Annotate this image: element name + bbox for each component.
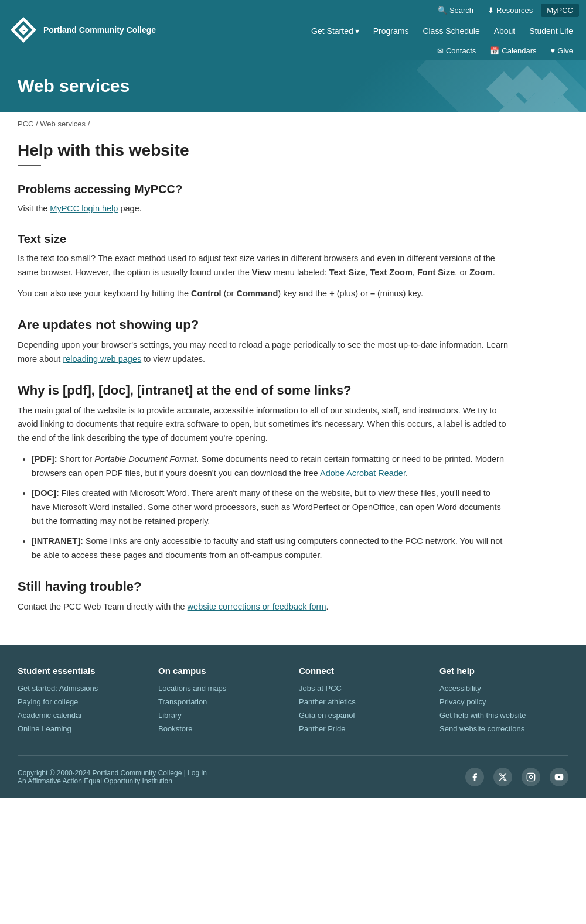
contacts-label: Contacts xyxy=(446,46,476,55)
search-label: Search xyxy=(449,6,473,15)
svg-marker-7 xyxy=(498,95,533,112)
nav-student-life[interactable]: Student Life xyxy=(523,24,579,38)
svg-rect-12 xyxy=(527,773,534,781)
footer-grid: Student essentials Get started: Admissio… xyxy=(18,666,568,755)
footer-link-bookstore[interactable]: Bookstore xyxy=(158,724,287,733)
resources-label: Resources xyxy=(496,6,533,15)
calendar-icon: 📅 xyxy=(490,46,499,55)
main-content: Help with this website Problems accessin… xyxy=(0,135,527,645)
section-mypcc-heading: Problems accessing MyPCC? xyxy=(18,183,510,196)
logo-area[interactable]: ~ Portland Community College xyxy=(0,0,165,60)
section-textsize-para1: Is the text too small? The exact method … xyxy=(18,252,510,280)
facebook-icon[interactable] xyxy=(465,768,484,786)
copyright-text: Copyright © 2000-2024 Portland Community… xyxy=(18,769,182,777)
section-textsize-heading: Text size xyxy=(18,232,510,246)
footer-col-student-essentials-heading: Student essentials xyxy=(18,666,146,676)
footer-login-link[interactable]: Log in xyxy=(188,769,207,777)
instagram-icon[interactable] xyxy=(522,768,540,786)
breadcrumb-pcc[interactable]: PCC xyxy=(18,119,33,128)
footer-link-get-help[interactable]: Get help with this website xyxy=(440,711,568,720)
breadcrumb-sep2: / xyxy=(88,119,90,128)
section-updates: Are updates not showing up? Depending up… xyxy=(18,317,510,367)
footer-col-student-essentials: Student essentials Get started: Admissio… xyxy=(18,666,146,738)
contacts-link[interactable]: ✉ Contacts xyxy=(431,44,482,57)
main-nav: Get Started ▾ Programs Class Schedule Ab… xyxy=(298,20,586,42)
breadcrumb: PCC / Web services / xyxy=(0,112,586,135)
resources-button[interactable]: ⬇ Resources xyxy=(482,4,539,17)
chevron-down-icon: ▾ xyxy=(355,26,359,36)
footer-link-corrections[interactable]: Send website corrections xyxy=(440,724,568,733)
section-links-heading: Why is [pdf], [doc], [intranet] at the e… xyxy=(18,383,510,398)
footer-bottom: Copyright © 2000-2024 Portland Community… xyxy=(18,755,568,798)
footer-link-library[interactable]: Library xyxy=(158,711,287,720)
footer-link-paying[interactable]: Paying for college xyxy=(18,697,146,706)
youtube-icon[interactable] xyxy=(550,768,568,786)
social-icons xyxy=(465,768,568,786)
feedback-form-link[interactable]: website corrections or feedback form xyxy=(188,602,326,611)
footer-link-jobs[interactable]: Jobs at PCC xyxy=(299,684,428,693)
list-item-intranet: [INTRANET]: Some links are only accessib… xyxy=(32,535,510,563)
top-utility-bar: 🔍 Search ⬇ Resources MyPCC xyxy=(298,0,586,20)
mypcc-button[interactable]: MyPCC xyxy=(541,4,579,17)
site-footer: Student essentials Get started: Admissio… xyxy=(0,645,586,798)
section-links: Why is [pdf], [doc], [intranet] at the e… xyxy=(18,383,510,563)
search-icon: 🔍 xyxy=(438,6,447,15)
footer-link-spanish[interactable]: Guía en español xyxy=(299,711,428,720)
section-textsize-para2: You can also use your keyboard by hittin… xyxy=(18,287,510,301)
header-right: 🔍 Search ⬇ Resources MyPCC Get Started ▾… xyxy=(298,0,586,60)
nav-get-started[interactable]: Get Started ▾ xyxy=(305,24,365,38)
nav-about-label: About xyxy=(494,26,516,36)
reloading-pages-link[interactable]: reloading web pages xyxy=(63,354,141,364)
download-icon: ⬇ xyxy=(488,6,494,15)
nav-programs[interactable]: Programs xyxy=(367,24,415,38)
section-mypcc-content: Visit the MyPCC login help page. xyxy=(18,202,510,216)
give-label: Give xyxy=(557,46,573,55)
footer-link-accessibility[interactable]: Accessibility xyxy=(440,684,568,693)
pcc-logo-icon: ~ xyxy=(9,16,38,44)
section-trouble-content: Contact the PCC Web Team directly with t… xyxy=(18,600,510,614)
footer-copyright-area: Copyright © 2000-2024 Portland Community… xyxy=(18,769,207,785)
calendars-link[interactable]: 📅 Calendars xyxy=(484,44,542,57)
section-updates-heading: Are updates not showing up? xyxy=(18,317,510,333)
footer-col-connect-heading: Connect xyxy=(299,666,428,676)
header-top-bar: ~ Portland Community College 🔍 Search ⬇ … xyxy=(0,0,586,60)
section-links-intro: The main goal of the website is to provi… xyxy=(18,404,510,446)
footer-link-panther-pride[interactable]: Panther Pride xyxy=(299,724,428,733)
list-item-pdf: [PDF]: Short for Portable Document Forma… xyxy=(32,453,510,481)
footer-link-transportation[interactable]: Transportation xyxy=(158,697,287,706)
footer-col-on-campus-heading: On campus xyxy=(158,666,287,676)
nav-programs-label: Programs xyxy=(373,26,409,36)
svg-marker-9 xyxy=(545,95,580,112)
hero-banner: Web services xyxy=(0,60,586,112)
give-link[interactable]: ♥ Give xyxy=(545,44,579,57)
nav-class-schedule[interactable]: Class Schedule xyxy=(417,24,485,38)
footer-link-calendar[interactable]: Academic calendar xyxy=(18,711,146,720)
calendars-label: Calendars xyxy=(502,46,536,55)
mypcc-label: MyPCC xyxy=(547,6,573,15)
section-updates-content: Depending upon your browser's settings, … xyxy=(18,338,510,367)
footer-link-admissions[interactable]: Get started: Admissions xyxy=(18,684,146,693)
heart-icon: ♥ xyxy=(551,46,556,55)
footer-link-online[interactable]: Online Learning xyxy=(18,724,146,733)
footer-link-panther-athletics[interactable]: Panther athletics xyxy=(299,697,428,706)
footer-col-connect: Connect Jobs at PCC Panther athletics Gu… xyxy=(299,666,428,738)
site-name: Portland Community College xyxy=(43,25,156,35)
footer-col-get-help-heading: Get help xyxy=(440,666,568,676)
twitter-x-icon[interactable] xyxy=(493,768,512,786)
search-button[interactable]: 🔍 Search xyxy=(432,4,479,17)
nav-class-schedule-label: Class Schedule xyxy=(423,26,479,36)
hero-title: Web services xyxy=(18,76,568,96)
section-links-list: [PDF]: Short for Portable Document Forma… xyxy=(32,453,510,562)
footer-col-on-campus: On campus Locations and maps Transportat… xyxy=(158,666,287,738)
footer-copyright-line: Copyright © 2000-2024 Portland Community… xyxy=(18,769,207,777)
nav-get-started-label: Get Started xyxy=(311,26,353,36)
section-mypcc: Problems accessing MyPCC? Visit the MyPC… xyxy=(18,183,510,216)
acrobat-reader-link[interactable]: Adobe Acrobat Reader xyxy=(320,468,406,478)
footer-link-privacy[interactable]: Privacy policy xyxy=(440,697,568,706)
section-trouble: Still having trouble? Contact the PCC We… xyxy=(18,579,510,614)
breadcrumb-webservices[interactable]: Web services xyxy=(40,119,86,128)
secondary-nav: ✉ Contacts 📅 Calendars ♥ Give xyxy=(298,42,586,60)
footer-link-locations[interactable]: Locations and maps xyxy=(158,684,287,693)
nav-about[interactable]: About xyxy=(488,24,522,38)
mypcc-login-help-link[interactable]: MyPCC login help xyxy=(50,204,118,213)
